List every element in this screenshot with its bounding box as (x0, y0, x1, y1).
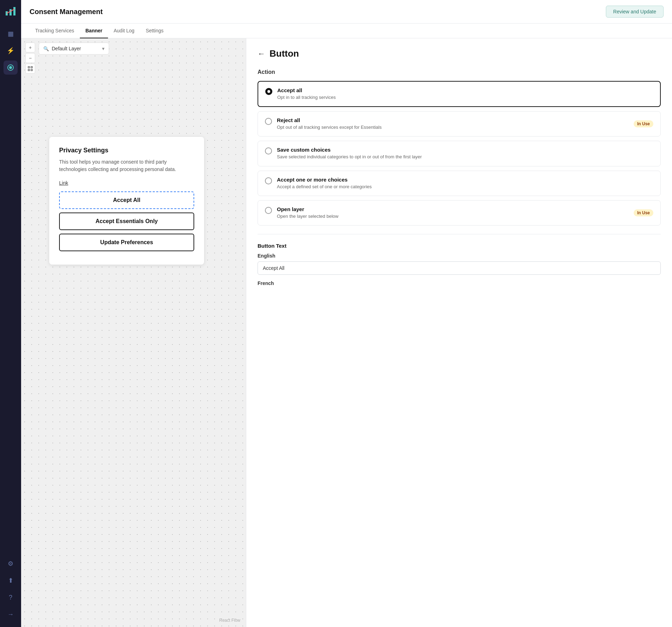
option-save-custom-desc: Save selected individual categories to o… (277, 154, 653, 160)
english-lang-label: English (258, 253, 661, 259)
option-reject-all-desc: Opt out of all tracking services except … (277, 124, 629, 131)
svg-rect-2 (13, 7, 15, 15)
tab-audit-log[interactable]: Audit Log (108, 24, 140, 38)
nav-tabs: Tracking Services Banner Audit Log Setti… (21, 24, 672, 38)
radio-accept-all (265, 88, 272, 95)
option-accept-all[interactable]: Accept all Opt in to all tracking servic… (258, 81, 661, 107)
sidebar-item-consent[interactable] (4, 61, 18, 75)
action-section-label: Action (258, 69, 661, 75)
svg-point-6 (9, 66, 12, 69)
privacy-card-link[interactable]: Link (59, 180, 194, 186)
accept-all-button[interactable]: Accept All (59, 191, 194, 209)
radio-save-custom (265, 147, 272, 154)
zoom-in-button[interactable]: + (25, 43, 35, 52)
open-layer-badge: In Use (634, 209, 653, 216)
option-save-custom-text: Save custom choices Save selected indivi… (277, 147, 653, 160)
option-accept-one[interactable]: Accept one or more choices Accept a defi… (258, 171, 661, 196)
sidebar-item-lightning[interactable]: ⚡ (4, 44, 18, 58)
layer-selector-label: Default Layer (52, 46, 81, 51)
button-text-label: Button Text (258, 243, 661, 249)
chevron-down-icon: ▾ (102, 46, 104, 51)
tab-banner[interactable]: Banner (80, 24, 108, 38)
sidebar-item-settings[interactable]: ⚙ (4, 557, 18, 571)
panel-title: Button (270, 48, 299, 59)
canvas-background (21, 38, 246, 627)
option-save-custom[interactable]: Save custom choices Save selected indivi… (258, 141, 661, 166)
back-arrow-icon[interactable]: ← (258, 49, 265, 58)
search-icon: 🔍 (43, 46, 49, 51)
update-preferences-button[interactable]: Update Preferences (59, 234, 194, 251)
button-text-section: Button Text English French (258, 243, 661, 286)
zoom-out-button[interactable]: − (25, 53, 35, 63)
english-input[interactable] (258, 261, 661, 275)
sidebar-item-chart[interactable]: ▦ (4, 27, 18, 41)
reject-all-badge: In Use (634, 120, 653, 127)
svg-rect-10 (31, 66, 32, 68)
french-lang-label: French (258, 280, 661, 286)
layer-selector-wrapper: 🔍 Default Layer ▾ (39, 43, 109, 55)
option-open-layer[interactable]: Open layer Open the layer selected below… (258, 200, 661, 226)
canvas-tools: + − (25, 43, 35, 74)
radio-open-layer (265, 207, 272, 214)
tab-settings[interactable]: Settings (140, 24, 169, 38)
section-divider (258, 234, 661, 234)
right-panel: ← Button Action Accept all Opt in to all… (246, 38, 672, 627)
svg-rect-7 (28, 66, 30, 68)
option-reject-all-text: Reject all Opt out of all tracking servi… (277, 117, 629, 131)
svg-rect-1 (9, 9, 12, 15)
sidebar-item-upload[interactable]: ⬆ (4, 574, 18, 588)
app-header: Consent Management Review and Update (21, 0, 672, 24)
option-open-layer-text: Open layer Open the layer selected below (277, 206, 629, 220)
option-accept-all-title: Accept all (277, 87, 653, 93)
page-title: Consent Management (30, 8, 103, 16)
canvas-panel: + − 🔍 Default Layer ▾ (21, 38, 246, 627)
radio-accept-one (265, 177, 272, 184)
option-reject-all[interactable]: Reject all Opt out of all tracking servi… (258, 111, 661, 137)
tab-tracking[interactable]: Tracking Services (30, 24, 80, 38)
logo (4, 6, 17, 18)
accept-essentials-button[interactable]: Accept Essentials Only (59, 213, 194, 230)
react-flow-label: React Flow (219, 618, 240, 623)
option-accept-all-desc: Opt in to all tracking services (277, 94, 653, 101)
layer-selector[interactable]: 🔍 Default Layer ▾ (39, 43, 109, 55)
privacy-settings-card: Privacy Settings This tool helps you man… (49, 137, 204, 265)
sidebar-item-logout[interactable]: → (4, 607, 18, 621)
svg-rect-8 (31, 69, 32, 71)
privacy-card-description: This tool helps you manage consent to th… (59, 158, 194, 173)
radio-reject-all (265, 118, 272, 125)
sidebar-item-help[interactable]: ? (4, 590, 18, 604)
option-save-custom-title: Save custom choices (277, 147, 653, 153)
main-area: Consent Management Review and Update Tra… (21, 0, 672, 627)
content-area: + − 🔍 Default Layer ▾ (21, 38, 672, 627)
review-update-button[interactable]: Review and Update (606, 6, 664, 18)
option-accept-all-text: Accept all Opt in to all tracking servic… (277, 87, 653, 101)
panel-header: ← Button (258, 48, 661, 59)
action-section: Action Accept all Opt in to all tracking… (258, 69, 661, 226)
privacy-card-title: Privacy Settings (59, 147, 194, 154)
option-accept-one-text: Accept one or more choices Accept a defi… (277, 177, 653, 190)
fit-screen-button[interactable] (25, 64, 35, 74)
option-open-layer-desc: Open the layer selected below (277, 213, 629, 220)
option-accept-one-title: Accept one or more choices (277, 177, 653, 183)
sidebar: ▦ ⚡ ⚙ ⬆ ? → (0, 0, 21, 627)
option-open-layer-title: Open layer (277, 206, 629, 212)
option-reject-all-title: Reject all (277, 117, 629, 123)
svg-rect-9 (28, 69, 30, 71)
option-accept-one-desc: Accept a defined set of one or more cate… (277, 184, 653, 190)
